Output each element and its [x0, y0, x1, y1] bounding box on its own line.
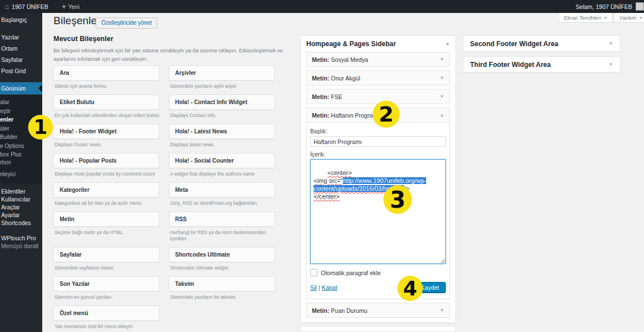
widget-bar-sosyal-medya[interactable]: Metin: Sosyal Medya ▼ — [306, 52, 450, 67]
widget-card-etiket-bulutu[interactable]: Etiket Bulutu — [53, 95, 159, 110]
user-greeting-link[interactable]: Selam, 1907 ÜNİFEB — [576, 3, 632, 10]
annotation-step-1: 1 — [28, 115, 53, 140]
submenu-item-customize[interactable]: eştir — [0, 107, 42, 116]
new-label: Yeni — [68, 3, 79, 10]
sidebar-item-plugins[interactable]: Eklentiler — [0, 187, 42, 195]
sidebar-lower-menu: Eklentiler Kullanıcılar Araçlar Ayarlar … — [0, 183, 42, 250]
second-footer-widget-area[interactable]: Second Footer Widget Area ▼ — [463, 35, 620, 52]
sidebar-collapse-menu[interactable]: Menüyü daralt — [0, 242, 42, 250]
sidebar-item-post-grid[interactable]: Post Grid — [0, 65, 42, 77]
widget-bar-label: Metin: Haftanın Programı — [312, 112, 379, 119]
submenu-item-themes[interactable]: alar — [0, 98, 42, 107]
widget-bar-label: Metin: Puan Durumu — [312, 307, 368, 314]
sidebar-item-posts[interactable]: Yazılar — [0, 32, 42, 43]
widget-card-meta[interactable]: Meta — [169, 182, 275, 198]
plus-icon: + — [62, 3, 66, 10]
widget-card-metin[interactable]: Metin — [53, 212, 159, 227]
widget-area-title: Hompeage & Pages Sidebar — [306, 40, 396, 48]
chevron-down-icon[interactable]: ▼ — [609, 62, 613, 67]
chevron-down-icon[interactable]: ▼ — [440, 308, 444, 313]
autop-checkbox[interactable] — [310, 269, 317, 276]
description-line: Bir bileşeni etkinleştirmek için bir yan… — [53, 46, 283, 55]
sidebar-item-users[interactable]: Kullanıcılar — [0, 195, 42, 203]
screen-options-button[interactable]: Ekran Tercihleri ▼ — [558, 13, 613, 23]
chevron-up-icon[interactable]: ▲ — [445, 42, 450, 46]
manage-in-customizer-button[interactable]: Özelleştiricide yönet — [96, 17, 157, 29]
admin-bar: ⌂ 1907 ÜNİFEB + Yeni Selam, 1907 ÜNİFEB — [0, 0, 644, 13]
admin-bar-left: ⌂ 1907 ÜNİFEB + Yeni — [5, 3, 79, 10]
annotation-step-4: 4 — [397, 276, 423, 301]
widget-desc-line: Herhangi bir RSS ya da Atom beslemesinde… — [170, 230, 274, 236]
screen-options-label: Ekran Tercihleri — [564, 15, 601, 21]
widget-desc: Siteniz için arama formu. — [53, 80, 159, 95]
available-widgets-title: Mevcut Bileşenler — [53, 35, 113, 43]
site-name-link[interactable]: 1907 ÜNİFEB — [12, 3, 48, 10]
help-button[interactable]: Yardım ▼ — [614, 13, 644, 23]
available-widgets-grid: Ara Arşivler Siteniz için arama formu. S… — [53, 65, 279, 332]
close-link[interactable]: Kapat — [321, 284, 337, 291]
widget-card-hola-contact-info[interactable]: Hola! - Contact Info Widget — [169, 95, 275, 110]
available-widgets-description: Bir bileşeni etkinleştirmek için bir yan… — [53, 46, 283, 63]
delete-link[interactable]: Sil — [310, 284, 317, 291]
widget-card-hola-footer-widget[interactable]: Hola! - Footer Widget — [53, 124, 159, 139]
widget-bar-onur-akgul[interactable]: Metin: Onur Akgül ▼ — [306, 70, 450, 86]
page-title: Bileşenler — [53, 15, 100, 27]
sidebar-item-wptouch-pro[interactable]: WPtouch Pro — [0, 234, 42, 242]
widget-card-arsivler[interactable]: Arşivler — [169, 65, 275, 80]
annotation-step-2: 2 — [373, 101, 400, 128]
widget-bar-label: Metin: Onur Akgül — [312, 75, 360, 82]
chevron-down-icon[interactable]: ▼ — [440, 57, 444, 62]
widget-bar-label: Metin: Sosyal Medya — [312, 56, 368, 63]
widget-desc: En çok kullanılan etiketlerden oluşan et… — [53, 110, 159, 124]
widget-card-son-yazilar[interactable]: Son Yazılar — [53, 276, 159, 291]
sidebar-item-media[interactable]: Ortam — [0, 43, 42, 54]
admin-sidebar: Başlangıç Yazılar Ortam Sayfalar Post Gr… — [0, 13, 42, 332]
chevron-down-icon: ▼ — [603, 16, 607, 20]
widget-card-takvim[interactable]: Takvim — [169, 276, 275, 291]
submenu-item-lightbox-plus-line1[interactable]: box Plus — [0, 150, 42, 159]
widget-title-input[interactable] — [310, 136, 446, 147]
autop-label: Otomatik paragraf ekle — [321, 270, 381, 276]
home-icon: ⌂ — [5, 3, 9, 10]
widget-card-hola-latest-news[interactable]: Hola! - Latest News — [169, 124, 275, 139]
widget-area-title: Second Footer Widget Area — [470, 40, 558, 48]
widget-card-hola-social-counter[interactable]: Hola! - Social Counter — [169, 153, 275, 168]
submenu-item-theme-options[interactable]: e Options — [0, 142, 42, 151]
sidebar-item-tools[interactable]: Araçlar — [0, 203, 42, 211]
avatar[interactable] — [636, 2, 644, 11]
resize-handle-icon[interactable] — [440, 258, 445, 263]
sidebar-item-settings[interactable]: Ayarlar — [0, 211, 42, 219]
widget-links: Sil|Kapat — [310, 284, 337, 291]
admin-bar-right: Selam, 1907 ÜNİFEB — [576, 2, 643, 11]
chevron-down-icon[interactable]: ▼ — [609, 42, 613, 46]
widget-bar-label: Metin: FSE — [312, 93, 342, 100]
submenu-item-editor[interactable]: nleyici — [0, 170, 42, 179]
widget-card-hola-popular-posts[interactable]: Hola! - Popular Posts — [53, 153, 159, 168]
widget-card-sayfalar[interactable]: Sayfalar — [53, 247, 159, 262]
new-content-menu[interactable]: + Yeni — [62, 3, 80, 10]
annotation-step-3: 3 — [383, 185, 412, 214]
widget-card-rss[interactable]: RSS — [169, 212, 275, 227]
widget-area-header[interactable]: Hompeage & Pages Sidebar ▲ — [306, 36, 450, 52]
sidebar-item-pages[interactable]: Sayfalar — [0, 54, 42, 65]
third-footer-widget-area[interactable]: Third Footer Widget Area ▼ — [463, 56, 620, 73]
text-widget-form: Başlık: İçerik: <center> <img src="http:… — [306, 123, 450, 299]
chevron-down-icon[interactable]: ▼ — [440, 76, 444, 80]
chevron-up-icon[interactable]: ▲ — [440, 113, 444, 118]
content-field-label: İçerik: — [310, 151, 446, 158]
widget-desc: Sitenizdeki yazıların aylık arşivi — [169, 80, 275, 95]
sidebar-item-shortcodes[interactable]: Shortcodes — [0, 219, 42, 227]
widget-bar-fse[interactable]: Metin: FSE ▼ — [306, 89, 450, 104]
sidebar-item-appearance[interactable]: Görünüm — [0, 82, 42, 95]
widget-card-ozel-menu[interactable]: Özel menü — [53, 306, 159, 321]
chevron-down-icon[interactable]: ▼ — [440, 95, 444, 99]
widget-card-kategoriler[interactable]: Kategoriler — [53, 182, 159, 198]
widget-card-ara[interactable]: Ara — [53, 65, 159, 80]
content-textarea[interactable]: <center> <img src="http://www.1907unifeb… — [310, 159, 446, 264]
widget-bar-puan-durumu[interactable]: Metin: Puan Durumu ▼ — [306, 303, 450, 318]
widget-desc: Giriş, RSS ve WordPress.org bağlantıları… — [169, 198, 275, 212]
widget-card-shortcodes-ultimate[interactable]: Shortcodes Ultimate — [169, 247, 275, 262]
homepage-pages-sidebar-panel: Hompeage & Pages Sidebar ▲ Metin: Sosyal… — [300, 35, 456, 323]
sidebar-item-dashboard[interactable]: Başlangıç — [0, 14, 42, 25]
submenu-item-lightbox-plus-line2[interactable]: rbox — [0, 159, 42, 165]
